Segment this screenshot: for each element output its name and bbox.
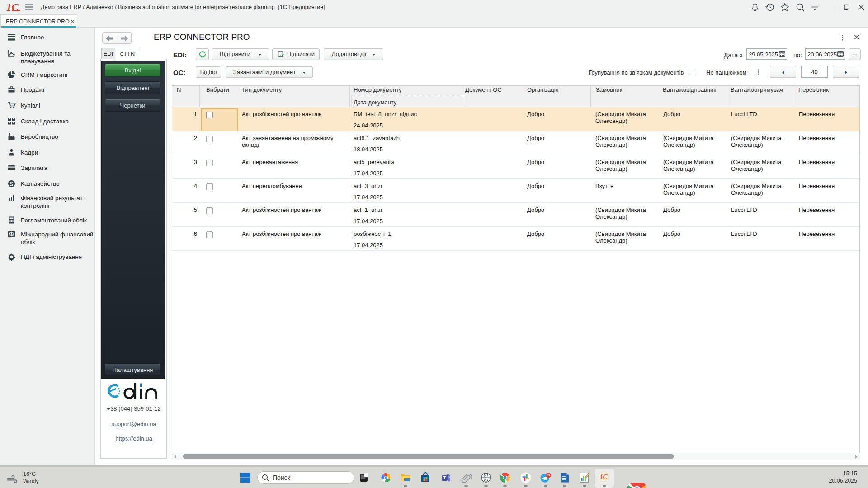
svg-text:13: 13	[547, 473, 550, 477]
